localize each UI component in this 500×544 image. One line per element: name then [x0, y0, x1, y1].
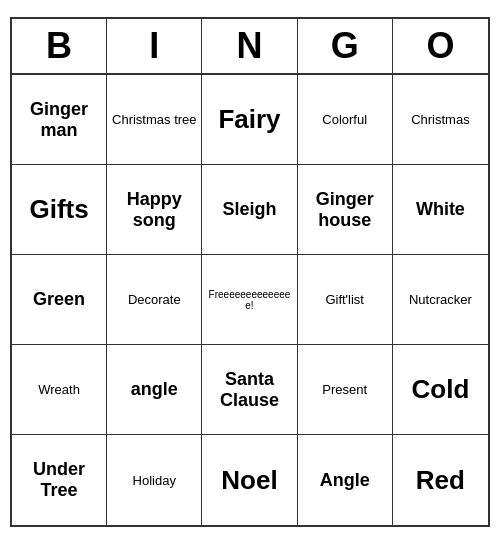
bingo-cell: Red — [393, 435, 488, 525]
bingo-cell: Gifts — [12, 165, 107, 255]
cell-text: angle — [131, 379, 178, 400]
bingo-cell: Noel — [202, 435, 297, 525]
bingo-cell: Fairy — [202, 75, 297, 165]
bingo-cell: Holiday — [107, 435, 202, 525]
cell-text: Ginger man — [16, 99, 102, 141]
cell-text: Decorate — [128, 292, 181, 307]
bingo-cell: Freeeeeeeeeeeeee! — [202, 255, 297, 345]
cell-text: Noel — [221, 465, 277, 496]
cell-text: Gift'list — [325, 292, 364, 307]
cell-text: Green — [33, 289, 85, 310]
cell-text: Santa Clause — [206, 369, 292, 411]
bingo-cell: Nutcracker — [393, 255, 488, 345]
bingo-cell: Under Tree — [12, 435, 107, 525]
header-letter: G — [298, 19, 393, 73]
bingo-cell: Colorful — [298, 75, 393, 165]
cell-text: Under Tree — [16, 459, 102, 501]
cell-text: Christmas — [411, 112, 470, 127]
cell-text: Freeeeeeeeeeeeee! — [206, 289, 292, 311]
cell-text: White — [416, 199, 465, 220]
cell-text: Happy song — [111, 189, 197, 231]
bingo-cell: angle — [107, 345, 202, 435]
cell-text: Angle — [320, 470, 370, 491]
bingo-cell: Wreath — [12, 345, 107, 435]
bingo-cell: Green — [12, 255, 107, 345]
cell-text: Ginger house — [302, 189, 388, 231]
bingo-cell: Happy song — [107, 165, 202, 255]
bingo-cell: Sleigh — [202, 165, 297, 255]
bingo-header: BINGO — [12, 19, 488, 75]
bingo-cell: Santa Clause — [202, 345, 297, 435]
header-letter: N — [202, 19, 297, 73]
cell-text: Colorful — [322, 112, 367, 127]
cell-text: Wreath — [38, 382, 80, 397]
bingo-cell: White — [393, 165, 488, 255]
header-letter: B — [12, 19, 107, 73]
header-letter: O — [393, 19, 488, 73]
cell-text: Nutcracker — [409, 292, 472, 307]
cell-text: Gifts — [29, 194, 88, 225]
cell-text: Sleigh — [222, 199, 276, 220]
bingo-cell: Decorate — [107, 255, 202, 345]
cell-text: Red — [416, 465, 465, 496]
bingo-cell: Gift'list — [298, 255, 393, 345]
bingo-grid: Ginger manChristmas treeFairyColorfulChr… — [12, 75, 488, 525]
cell-text: Present — [322, 382, 367, 397]
bingo-cell: Present — [298, 345, 393, 435]
cell-text: Holiday — [133, 473, 176, 488]
bingo-cell: Christmas — [393, 75, 488, 165]
header-letter: I — [107, 19, 202, 73]
cell-text: Fairy — [218, 104, 280, 135]
bingo-cell: Christmas tree — [107, 75, 202, 165]
bingo-cell: Ginger man — [12, 75, 107, 165]
bingo-cell: Cold — [393, 345, 488, 435]
bingo-card: BINGO Ginger manChristmas treeFairyColor… — [10, 17, 490, 527]
cell-text: Christmas tree — [112, 112, 197, 127]
cell-text: Cold — [412, 374, 470, 405]
bingo-cell: Angle — [298, 435, 393, 525]
bingo-cell: Ginger house — [298, 165, 393, 255]
